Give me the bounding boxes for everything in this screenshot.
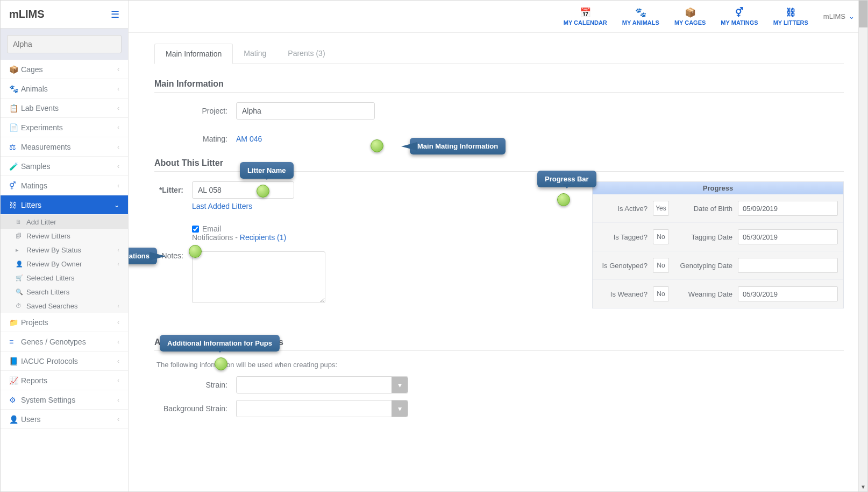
chevron-icon: ‹	[117, 338, 119, 346]
sidebar-sub-review-litters[interactable]: 🗐Review Litters	[1, 229, 128, 243]
notifications-label: Notifications -	[192, 233, 238, 242]
nav-label: Projects	[21, 318, 117, 327]
chevron-icon: ⌄	[114, 201, 119, 209]
progress-row: Is Genotyped? No Genotyping Date	[593, 251, 843, 279]
nav-label: Animals	[21, 85, 117, 93]
progress-date-input[interactable]	[738, 229, 838, 244]
scrollbar-thumb[interactable]	[859, 1, 867, 27]
sidebar-sub-review-by-status[interactable]: ▸Review By Status‹	[1, 243, 128, 257]
sidebar-item-experiments[interactable]: 📄Experiments‹	[1, 118, 128, 137]
sub-icon: 🗎	[16, 219, 24, 225]
hamburger-icon[interactable]: ☰	[111, 9, 119, 20]
nav-label: IACUC Protocols	[21, 357, 117, 366]
chevron-icon: ‹	[117, 396, 119, 404]
sub-icon: 👤	[16, 261, 24, 268]
mating-label: Mating:	[154, 135, 236, 143]
progress-date-label: Genotyping Date	[674, 262, 732, 270]
scroll-down-icon[interactable]: ▼	[859, 482, 867, 491]
nav-label: Users	[21, 415, 117, 424]
callout-email: Email Notifications	[129, 248, 157, 264]
topnav-my-litters[interactable]: ⛓MY LITTERS	[773, 8, 808, 26]
sidebar-item-projects[interactable]: 📁Projects‹	[1, 313, 128, 332]
topnav-label: MY CALENDAR	[564, 19, 607, 26]
progress-date-label: Date of Birth	[674, 205, 732, 213]
tab-main-information[interactable]: Main Information	[154, 44, 233, 64]
topnav-label: MY CAGES	[674, 19, 706, 26]
dot-main-mating	[371, 139, 383, 152]
nav-icon: ≡	[9, 338, 21, 346]
progress-badge[interactable]: No	[653, 258, 669, 273]
strain-select[interactable]	[236, 376, 408, 393]
callout-main-mating: Main Mating Information	[410, 138, 506, 154]
sidebar-sub-selected-litters[interactable]: 🛒Selected Litters	[1, 271, 128, 285]
sub-label: Saved Searches	[26, 302, 77, 310]
project-label: Project:	[154, 107, 236, 115]
sidebar-sub-search-litters[interactable]: 🔍Search Litters	[1, 285, 128, 299]
chevron-icon: ‹	[117, 143, 119, 151]
sub-icon: 🗐	[16, 233, 24, 239]
sub-label: Review By Status	[26, 246, 81, 254]
progress-date-input[interactable]	[738, 201, 838, 216]
topnav-my-calendar[interactable]: 📅MY CALENDAR	[564, 7, 607, 26]
chevron-down-icon: ⌄	[849, 12, 855, 20]
mating-link[interactable]: AM 046	[236, 135, 262, 143]
dot-progress	[557, 193, 570, 206]
sidebar-item-iacuc-protocols[interactable]: 📘IACUC Protocols‹	[1, 352, 128, 371]
sub-icon: ▸	[16, 247, 24, 254]
sidebar-item-samples[interactable]: 🧪Samples‹	[1, 157, 128, 176]
callout-additional: Additional Information for Pups	[160, 335, 280, 352]
sidebar-item-litters[interactable]: ⛓Litters⌄	[1, 195, 128, 215]
sidebar-item-system-settings[interactable]: ⚙System Settings‹	[1, 390, 128, 410]
nav-label: Genes / Genotypes	[21, 338, 117, 346]
progress-row: Is Weaned? No Weaning Date	[593, 279, 843, 308]
progress-date-label: Weaning Date	[674, 290, 732, 298]
bg-strain-select[interactable]	[236, 400, 408, 417]
progress-title: Progress	[593, 182, 843, 194]
tab-parents-[interactable]: Parents (3)	[277, 44, 336, 64]
progress-badge[interactable]: No	[653, 229, 669, 244]
search-input[interactable]	[7, 35, 122, 53]
nav-label: Matings	[21, 181, 117, 190]
sidebar-item-genes-genotypes[interactable]: ≡Genes / Genotypes‹	[1, 332, 128, 352]
progress-badge[interactable]: No	[653, 286, 669, 301]
last-added-link[interactable]: Last Added Litters	[192, 202, 252, 210]
progress-date-input[interactable]	[738, 286, 838, 301]
sub-icon: ⏱	[16, 303, 24, 309]
sub-label: Search Litters	[26, 288, 69, 296]
sidebar-item-users[interactable]: 👤Users‹	[1, 410, 128, 429]
notes-textarea[interactable]	[192, 251, 325, 303]
sidebar-item-animals[interactable]: 🐾Animals‹	[1, 79, 128, 99]
sidebar-sub-saved-searches[interactable]: ⏱Saved Searches‹	[1, 299, 128, 313]
chevron-icon: ‹	[117, 377, 119, 384]
dot-email	[189, 245, 202, 258]
chevron-icon: ‹	[117, 261, 119, 267]
sidebar-sub-add-litter[interactable]: 🗎Add Litter	[1, 215, 128, 229]
progress-question: Is Active?	[598, 205, 648, 213]
progress-date-input[interactable]	[738, 258, 838, 273]
topnav-my-animals[interactable]: 🐾MY ANIMALS	[622, 7, 659, 26]
topnav-my-cages[interactable]: 📦MY CAGES	[674, 7, 706, 26]
email-checkbox[interactable]	[192, 226, 199, 233]
tabs: Main InformationMatingParents (3)	[154, 44, 844, 64]
project-input[interactable]	[236, 102, 375, 120]
sidebar-item-lab-events[interactable]: 📋Lab Events‹	[1, 99, 128, 118]
sidebar-item-cages[interactable]: 📦Cages‹	[1, 60, 128, 79]
topnav-my-matings[interactable]: ⚥MY MATINGS	[721, 7, 758, 26]
litter-input[interactable]	[192, 181, 294, 199]
sub-label: Selected Litters	[26, 274, 75, 282]
sidebar-item-matings[interactable]: ⚥Matings‹	[1, 176, 128, 195]
sidebar-item-reports[interactable]: 📈Reports‹	[1, 371, 128, 390]
sidebar-search-wrap	[1, 29, 128, 60]
main-info-title: Main Information	[154, 79, 844, 89]
nav-label: Lab Events	[21, 104, 117, 113]
recipients-link[interactable]: Recipients (1)	[240, 233, 286, 242]
chevron-icon: ‹	[117, 319, 119, 326]
sub-label: Review Litters	[26, 232, 70, 240]
chevron-icon: ‹	[117, 85, 119, 93]
sidebar-item-measurements[interactable]: ⚖Measurements‹	[1, 137, 128, 157]
tab-mating[interactable]: Mating	[233, 44, 277, 64]
user-menu[interactable]: mLIMS ⌄	[823, 12, 855, 20]
progress-badge[interactable]: Yes	[653, 201, 669, 216]
scrollbar[interactable]: ▼	[858, 1, 867, 491]
sidebar-sub-review-by-owner[interactable]: 👤Review By Owner‹	[1, 257, 128, 271]
